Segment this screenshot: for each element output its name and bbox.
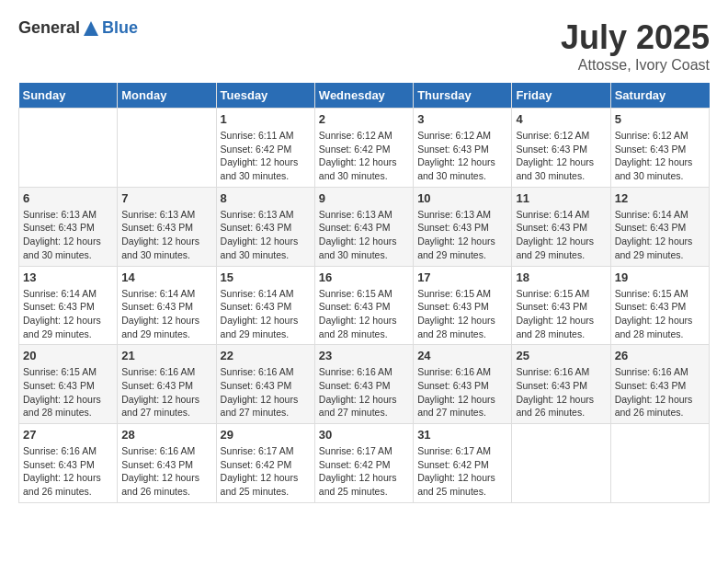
calendar-day-header: Friday xyxy=(512,83,610,109)
calendar-table: SundayMondayTuesdayWednesdayThursdayFrid… xyxy=(18,83,710,503)
day-number: 14 xyxy=(121,270,211,284)
calendar-cell: 4Sunrise: 6:12 AM Sunset: 6:43 PM Daylig… xyxy=(512,109,610,188)
calendar-cell: 17Sunrise: 6:15 AM Sunset: 6:43 PM Dayli… xyxy=(414,266,512,345)
day-info: Sunrise: 6:15 AM Sunset: 6:43 PM Dayligh… xyxy=(516,287,606,341)
calendar-cell: 3Sunrise: 6:12 AM Sunset: 6:43 PM Daylig… xyxy=(414,109,512,188)
day-info: Sunrise: 6:13 AM Sunset: 6:43 PM Dayligh… xyxy=(121,208,211,262)
calendar-day-header: Saturday xyxy=(610,83,709,109)
calendar-cell xyxy=(610,424,709,503)
day-number: 16 xyxy=(319,270,409,284)
day-number: 12 xyxy=(615,191,705,205)
calendar-cell: 28Sunrise: 6:16 AM Sunset: 6:43 PM Dayli… xyxy=(118,424,216,503)
calendar-cell: 2Sunrise: 6:12 AM Sunset: 6:42 PM Daylig… xyxy=(314,109,413,188)
calendar-cell: 27Sunrise: 6:16 AM Sunset: 6:43 PM Dayli… xyxy=(19,424,118,503)
day-number: 28 xyxy=(121,428,211,442)
calendar-day-header: Thursday xyxy=(414,83,512,109)
logo-general-text: General xyxy=(18,18,80,38)
day-number: 6 xyxy=(23,191,113,205)
calendar-cell: 5Sunrise: 6:12 AM Sunset: 6:43 PM Daylig… xyxy=(610,109,709,188)
calendar-cell: 22Sunrise: 6:16 AM Sunset: 6:43 PM Dayli… xyxy=(216,345,314,424)
location-title: Attosse, Ivory Coast xyxy=(561,57,710,74)
calendar-cell: 14Sunrise: 6:14 AM Sunset: 6:43 PM Dayli… xyxy=(118,266,216,345)
day-info: Sunrise: 6:15 AM Sunset: 6:43 PM Dayligh… xyxy=(319,287,409,341)
day-number: 8 xyxy=(221,191,311,205)
calendar-cell: 11Sunrise: 6:14 AM Sunset: 6:43 PM Dayli… xyxy=(512,187,610,266)
logo-blue-text: Blue xyxy=(102,18,138,38)
day-info: Sunrise: 6:16 AM Sunset: 6:43 PM Dayligh… xyxy=(121,444,211,499)
calendar-cell: 30Sunrise: 6:17 AM Sunset: 6:42 PM Dayli… xyxy=(314,424,413,503)
calendar-week-row: 20Sunrise: 6:15 AM Sunset: 6:43 PM Dayli… xyxy=(19,345,710,424)
calendar-week-row: 13Sunrise: 6:14 AM Sunset: 6:43 PM Dayli… xyxy=(19,266,710,345)
day-info: Sunrise: 6:12 AM Sunset: 6:43 PM Dayligh… xyxy=(615,129,705,183)
calendar-cell: 23Sunrise: 6:16 AM Sunset: 6:43 PM Dayli… xyxy=(314,345,413,424)
calendar-cell xyxy=(118,109,216,188)
day-info: Sunrise: 6:16 AM Sunset: 6:43 PM Dayligh… xyxy=(319,365,409,419)
calendar-cell xyxy=(512,424,610,503)
day-number: 27 xyxy=(23,428,113,442)
month-title: July 2025 xyxy=(561,18,710,57)
calendar-day-header: Wednesday xyxy=(314,83,413,109)
day-info: Sunrise: 6:13 AM Sunset: 6:43 PM Dayligh… xyxy=(319,208,409,262)
day-info: Sunrise: 6:14 AM Sunset: 6:43 PM Dayligh… xyxy=(23,287,113,341)
day-number: 17 xyxy=(417,270,507,284)
day-info: Sunrise: 6:13 AM Sunset: 6:43 PM Dayligh… xyxy=(417,208,507,262)
day-info: Sunrise: 6:16 AM Sunset: 6:43 PM Dayligh… xyxy=(121,365,211,419)
day-info: Sunrise: 6:16 AM Sunset: 6:43 PM Dayligh… xyxy=(516,365,606,419)
day-number: 13 xyxy=(23,270,113,284)
calendar-week-row: 1Sunrise: 6:11 AM Sunset: 6:42 PM Daylig… xyxy=(19,109,710,188)
day-info: Sunrise: 6:15 AM Sunset: 6:43 PM Dayligh… xyxy=(615,287,705,341)
calendar-cell: 6Sunrise: 6:13 AM Sunset: 6:43 PM Daylig… xyxy=(19,187,118,266)
calendar-week-row: 27Sunrise: 6:16 AM Sunset: 6:43 PM Dayli… xyxy=(19,424,710,503)
day-number: 7 xyxy=(121,191,211,205)
day-number: 30 xyxy=(319,428,409,442)
day-number: 1 xyxy=(221,112,311,126)
day-number: 20 xyxy=(23,349,113,362)
calendar-day-header: Monday xyxy=(118,83,216,109)
calendar-cell: 16Sunrise: 6:15 AM Sunset: 6:43 PM Dayli… xyxy=(314,266,413,345)
logo-triangle-icon xyxy=(82,19,100,38)
calendar-day-header: Tuesday xyxy=(216,83,314,109)
calendar-cell: 24Sunrise: 6:16 AM Sunset: 6:43 PM Dayli… xyxy=(414,345,512,424)
day-number: 21 xyxy=(121,349,211,362)
day-number: 11 xyxy=(516,191,606,205)
calendar-cell: 8Sunrise: 6:13 AM Sunset: 6:43 PM Daylig… xyxy=(216,187,314,266)
day-info: Sunrise: 6:16 AM Sunset: 6:43 PM Dayligh… xyxy=(417,365,507,419)
svg-marker-0 xyxy=(84,21,98,36)
calendar-cell: 31Sunrise: 6:17 AM Sunset: 6:42 PM Dayli… xyxy=(414,424,512,503)
logo: General Blue xyxy=(18,18,138,38)
day-info: Sunrise: 6:16 AM Sunset: 6:43 PM Dayligh… xyxy=(615,365,705,419)
calendar-cell: 18Sunrise: 6:15 AM Sunset: 6:43 PM Dayli… xyxy=(512,266,610,345)
calendar-cell: 9Sunrise: 6:13 AM Sunset: 6:43 PM Daylig… xyxy=(314,187,413,266)
day-info: Sunrise: 6:13 AM Sunset: 6:43 PM Dayligh… xyxy=(221,208,311,262)
day-info: Sunrise: 6:15 AM Sunset: 6:43 PM Dayligh… xyxy=(23,365,113,419)
day-info: Sunrise: 6:14 AM Sunset: 6:43 PM Dayligh… xyxy=(121,287,211,341)
day-number: 4 xyxy=(516,112,606,126)
day-info: Sunrise: 6:14 AM Sunset: 6:43 PM Dayligh… xyxy=(221,287,311,341)
day-number: 29 xyxy=(221,428,311,442)
calendar-header-row: SundayMondayTuesdayWednesdayThursdayFrid… xyxy=(19,83,710,109)
calendar-cell: 12Sunrise: 6:14 AM Sunset: 6:43 PM Dayli… xyxy=(610,187,709,266)
calendar-cell: 20Sunrise: 6:15 AM Sunset: 6:43 PM Dayli… xyxy=(19,345,118,424)
day-number: 10 xyxy=(417,191,507,205)
calendar-cell: 13Sunrise: 6:14 AM Sunset: 6:43 PM Dayli… xyxy=(19,266,118,345)
day-info: Sunrise: 6:14 AM Sunset: 6:43 PM Dayligh… xyxy=(516,208,606,262)
day-info: Sunrise: 6:13 AM Sunset: 6:43 PM Dayligh… xyxy=(23,208,113,262)
day-number: 18 xyxy=(516,270,606,284)
day-number: 2 xyxy=(319,112,409,126)
calendar-cell: 25Sunrise: 6:16 AM Sunset: 6:43 PM Dayli… xyxy=(512,345,610,424)
day-info: Sunrise: 6:17 AM Sunset: 6:42 PM Dayligh… xyxy=(417,444,507,499)
day-number: 24 xyxy=(417,349,507,362)
title-section: July 2025 Attosse, Ivory Coast xyxy=(561,18,710,74)
day-number: 5 xyxy=(615,112,705,126)
calendar-cell: 7Sunrise: 6:13 AM Sunset: 6:43 PM Daylig… xyxy=(118,187,216,266)
calendar-day-header: Sunday xyxy=(19,83,118,109)
day-info: Sunrise: 6:17 AM Sunset: 6:42 PM Dayligh… xyxy=(319,444,409,499)
calendar-week-row: 6Sunrise: 6:13 AM Sunset: 6:43 PM Daylig… xyxy=(19,187,710,266)
day-number: 19 xyxy=(615,270,705,284)
calendar-body: 1Sunrise: 6:11 AM Sunset: 6:42 PM Daylig… xyxy=(19,109,710,503)
calendar-cell: 19Sunrise: 6:15 AM Sunset: 6:43 PM Dayli… xyxy=(610,266,709,345)
day-info: Sunrise: 6:15 AM Sunset: 6:43 PM Dayligh… xyxy=(417,287,507,341)
day-info: Sunrise: 6:11 AM Sunset: 6:42 PM Dayligh… xyxy=(221,129,311,183)
calendar-cell: 21Sunrise: 6:16 AM Sunset: 6:43 PM Dayli… xyxy=(118,345,216,424)
day-number: 31 xyxy=(417,428,507,442)
